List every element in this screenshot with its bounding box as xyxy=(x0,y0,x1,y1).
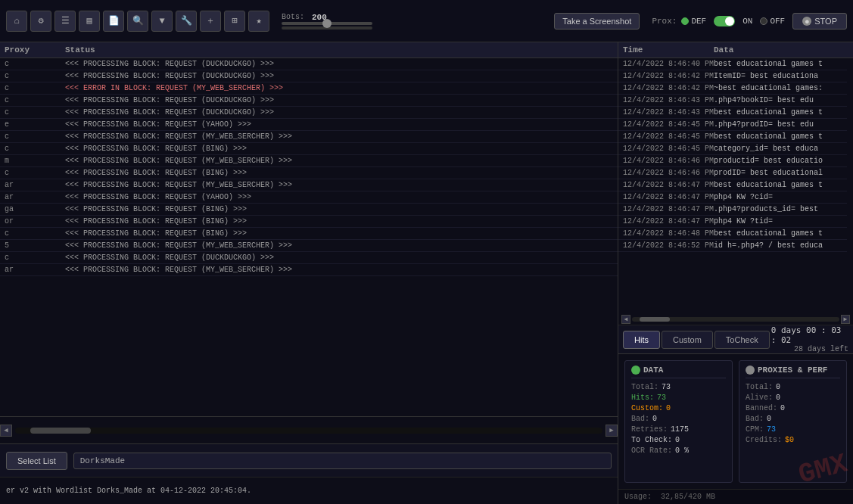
stat-custom-value: 0 xyxy=(666,404,671,412)
table-row: c <<< PROCESSING BLOCK: REQUEST (BING) >… xyxy=(0,143,618,155)
prox-label: Prox: xyxy=(652,17,677,26)
log-status: <<< PROCESSING BLOCK: REQUEST (DUCKDUCKG… xyxy=(65,254,613,262)
prox-cpm-row: CPM: 73 xyxy=(746,425,840,434)
stat-total-label: Total: xyxy=(631,383,658,391)
log-proxy: c xyxy=(5,96,65,104)
tools-icon-btn[interactable]: 🔧 xyxy=(176,11,197,32)
scroll-right-btn[interactable]: ▶ xyxy=(606,425,618,437)
stat-tocheck-label: To Check: xyxy=(631,436,672,444)
log-status: <<< PROCESSING BLOCK: REQUEST (BING) >>> xyxy=(65,169,613,177)
chart-icon-btn[interactable]: ▤ xyxy=(79,11,100,32)
bots-slider-thumb[interactable] xyxy=(322,19,332,28)
log-proxy: c xyxy=(5,132,65,141)
prox-def-option[interactable]: DEF xyxy=(681,17,706,26)
days-left: 28 days left xyxy=(794,345,848,353)
data-time: 12/4/2022 8:46:52 PM xyxy=(623,241,714,250)
prox-total-label: Total: xyxy=(746,383,773,391)
data-scroll-left-btn[interactable]: ◀ xyxy=(621,315,630,324)
log-rows[interactable]: c <<< PROCESSING BLOCK: REQUEST (DUCKDUC… xyxy=(0,58,618,412)
log-status: <<< PROCESSING BLOCK: REQUEST (DUCKDUCKG… xyxy=(65,72,613,80)
dorks-input[interactable]: DorksMade xyxy=(73,453,612,469)
scroll-left-btn[interactable]: ◀ xyxy=(0,425,12,437)
data-log-row: 12/4/2022 8:46:45 PM category_id= best e… xyxy=(618,143,847,155)
tabs-row: Hits Custom ToCheck 0 days 00 : 03 : 02 … xyxy=(618,325,853,354)
log-horizontal-scrollbar[interactable] xyxy=(15,428,602,434)
file-icon-btn[interactable]: 📄 xyxy=(103,11,124,32)
log-hscroll-thumb[interactable] xyxy=(30,428,91,434)
log-proxy: m xyxy=(5,157,65,165)
table-row: c <<< PROCESSING BLOCK: REQUEST (BING) >… xyxy=(0,228,618,240)
search-icon-btn[interactable]: 🔍 xyxy=(127,11,148,32)
prox-credits-row: Credits: $0 xyxy=(746,436,840,444)
data-rows[interactable]: 12/4/2022 8:46:40 PM best educational ga… xyxy=(618,58,853,310)
prox-off-radio[interactable] xyxy=(760,17,767,25)
data-value: php4 KW ?tid= xyxy=(714,217,842,226)
toggle-knob xyxy=(725,17,734,26)
log-bottom-bar: ◀ ▶ xyxy=(0,416,618,443)
data-horizontal-scrollbar[interactable] xyxy=(632,317,839,322)
filter-icon-btn[interactable]: ▼ xyxy=(151,11,173,32)
data-time: 12/4/2022 8:46:45 PM xyxy=(623,145,714,153)
stat-tocheck-row: To Check: 0 xyxy=(631,436,726,444)
tab-tocheck[interactable]: ToCheck xyxy=(714,331,770,349)
prox-def-label: DEF xyxy=(691,17,706,26)
data-log-row: 12/4/2022 8:46:45 PM .php4?prodID= best … xyxy=(618,119,847,131)
tab-custom[interactable]: Custom xyxy=(662,331,713,349)
data-value: prodID= best educational xyxy=(714,169,842,177)
grid-icon-btn[interactable]: ⊞ xyxy=(224,11,245,32)
data-hscroll-thumb[interactable] xyxy=(640,317,670,322)
list-icon-btn[interactable]: ☰ xyxy=(54,11,76,32)
log-status: <<< PROCESSING BLOCK: REQUEST (MY_WEB_SE… xyxy=(65,132,613,141)
prox-off-label: OFF xyxy=(770,17,785,26)
select-list-button[interactable]: Select List xyxy=(6,452,67,470)
col-proxy-header: Proxy xyxy=(5,45,65,54)
col-time-header: Time xyxy=(623,45,714,54)
proxies-stats-label: PROXIES & PERF xyxy=(758,366,827,375)
log-status: <<< PROCESSING BLOCK: REQUEST (BING) >>> xyxy=(65,229,613,238)
config-icon-btn[interactable]: ⚙ xyxy=(30,11,51,32)
data-log-row: 12/4/2022 8:46:47 PM php4 KW ?tid= xyxy=(618,216,847,228)
table-row: ga <<< PROCESSING BLOCK: REQUEST (BING) … xyxy=(0,204,618,216)
tab-hits[interactable]: Hits xyxy=(623,331,660,349)
home-icon-btn[interactable]: ⌂ xyxy=(6,11,27,32)
log-proxy: c xyxy=(5,108,65,117)
data-value: .php4?prodID= best edu xyxy=(714,120,842,129)
plus-icon-btn[interactable]: ＋ xyxy=(200,11,221,32)
prox-on-toggle[interactable] xyxy=(714,16,735,26)
log-status: <<< PROCESSING BLOCK: REQUEST (MY_WEB_SE… xyxy=(65,241,613,250)
log-proxy: c xyxy=(5,60,65,68)
prox-alive-row: Alive: 0 xyxy=(746,394,840,402)
screenshot-button[interactable]: Take a Screenshot xyxy=(554,13,640,30)
data-log-row: 12/4/2022 8:46:43 PM .php4?bookID= best … xyxy=(618,95,847,107)
table-row: 5 <<< PROCESSING BLOCK: REQUEST (MY_WEB_… xyxy=(0,240,618,252)
main-content: Proxy Status c <<< PROCESSING BLOCK: REQ… xyxy=(0,42,853,504)
data-scroll-right-btn[interactable]: ▶ xyxy=(841,315,850,324)
log-status: <<< PROCESSING BLOCK: REQUEST (YAHOO) >>… xyxy=(65,193,613,201)
data-time: 12/4/2022 8:46:42 PM xyxy=(623,84,714,92)
table-row: ar <<< PROCESSING BLOCK: REQUEST (MY_WEB… xyxy=(0,179,618,191)
stat-retries-label: Retries: xyxy=(631,425,668,434)
stop-label: STOP xyxy=(814,17,837,26)
prox-bad-value: 0 xyxy=(767,415,771,423)
stat-ocr-value: 0 % xyxy=(675,446,689,455)
prox-def-radio[interactable] xyxy=(681,17,689,25)
prox-banned-value: 0 xyxy=(780,404,785,412)
log-status: <<< PROCESSING BLOCK: REQUEST (DUCKDUCKG… xyxy=(65,60,613,68)
data-time: 12/4/2022 8:46:46 PM xyxy=(623,169,714,177)
prox-on-label: ON xyxy=(742,17,752,26)
log-proxy: c xyxy=(5,229,65,238)
prox-off-option[interactable]: OFF xyxy=(760,17,785,26)
data-value: ItemID= best educationa xyxy=(714,72,842,80)
log-status: <<< ERROR IN BLOCK: REQUEST (MY_WEB_SERC… xyxy=(65,84,613,92)
stat-bad-label: Bad: xyxy=(631,415,649,423)
stat-tocheck-value: 0 xyxy=(675,436,680,444)
table-row: e <<< PROCESSING BLOCK: REQUEST (YAHOO) … xyxy=(0,119,618,131)
table-row: c <<< PROCESSING BLOCK: REQUEST (DUCKDUC… xyxy=(0,95,618,107)
data-log-row: 12/4/2022 8:46:47 PM .php4?products_id= … xyxy=(618,204,847,216)
star-icon-btn[interactable]: ★ xyxy=(248,11,269,32)
stat-ocr-row: OCR Rate: 0 % xyxy=(631,446,726,455)
bots-slider[interactable] xyxy=(282,22,372,25)
prox-banned-row: Banned: 0 xyxy=(746,404,840,412)
prox-total-row: Total: 0 xyxy=(746,383,840,391)
stop-button[interactable]: ● STOP xyxy=(792,13,847,30)
